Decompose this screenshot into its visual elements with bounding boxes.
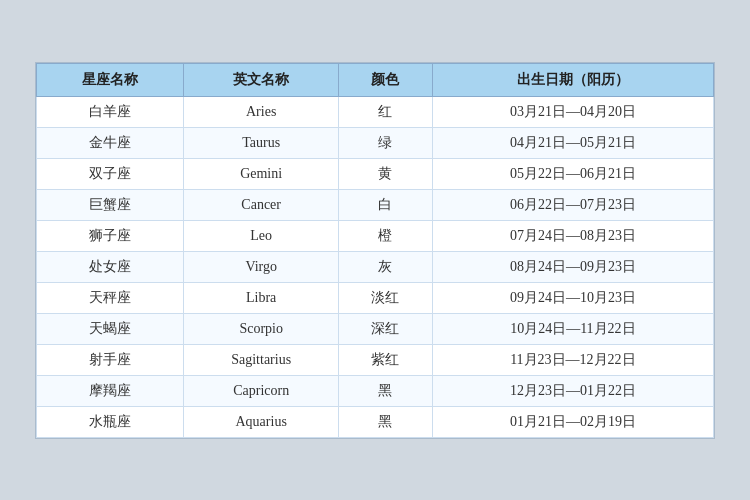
table-cell-r8-c2: 紫红 <box>339 344 433 375</box>
table-cell-r0-c2: 红 <box>339 96 433 127</box>
table-cell-r2-c0: 双子座 <box>37 158 184 189</box>
table-cell-r5-c0: 处女座 <box>37 251 184 282</box>
table-cell-r10-c0: 水瓶座 <box>37 406 184 437</box>
table-cell-r10-c2: 黑 <box>339 406 433 437</box>
table-header-row: 星座名称英文名称颜色出生日期（阳历） <box>37 63 714 96</box>
table-row: 处女座Virgo灰08月24日—09月23日 <box>37 251 714 282</box>
table-cell-r4-c0: 狮子座 <box>37 220 184 251</box>
table-row: 天秤座Libra淡红09月24日—10月23日 <box>37 282 714 313</box>
table-header-col-3: 出生日期（阳历） <box>432 63 713 96</box>
table-cell-r6-c1: Libra <box>184 282 339 313</box>
table-cell-r0-c0: 白羊座 <box>37 96 184 127</box>
table-body: 白羊座Aries红03月21日—04月20日金牛座Taurus绿04月21日—0… <box>37 96 714 437</box>
table-cell-r0-c3: 03月21日—04月20日 <box>432 96 713 127</box>
table-cell-r6-c0: 天秤座 <box>37 282 184 313</box>
table-row: 摩羯座Capricorn黑12月23日—01月22日 <box>37 375 714 406</box>
table-cell-r7-c3: 10月24日—11月22日 <box>432 313 713 344</box>
table-cell-r2-c3: 05月22日—06月21日 <box>432 158 713 189</box>
zodiac-table: 星座名称英文名称颜色出生日期（阳历） 白羊座Aries红03月21日—04月20… <box>36 63 714 438</box>
table-cell-r3-c0: 巨蟹座 <box>37 189 184 220</box>
table-cell-r6-c2: 淡红 <box>339 282 433 313</box>
table-cell-r10-c3: 01月21日—02月19日 <box>432 406 713 437</box>
table-cell-r5-c3: 08月24日—09月23日 <box>432 251 713 282</box>
table-header-col-1: 英文名称 <box>184 63 339 96</box>
table-cell-r1-c0: 金牛座 <box>37 127 184 158</box>
table-row: 白羊座Aries红03月21日—04月20日 <box>37 96 714 127</box>
table-header-col-2: 颜色 <box>339 63 433 96</box>
table-cell-r8-c3: 11月23日—12月22日 <box>432 344 713 375</box>
table-row: 双子座Gemini黄05月22日—06月21日 <box>37 158 714 189</box>
table-cell-r1-c1: Taurus <box>184 127 339 158</box>
table-row: 巨蟹座Cancer白06月22日—07月23日 <box>37 189 714 220</box>
table-cell-r4-c2: 橙 <box>339 220 433 251</box>
table-cell-r7-c0: 天蝎座 <box>37 313 184 344</box>
table-row: 射手座Sagittarius紫红11月23日—12月22日 <box>37 344 714 375</box>
table-cell-r4-c1: Leo <box>184 220 339 251</box>
table-cell-r0-c1: Aries <box>184 96 339 127</box>
table-cell-r9-c2: 黑 <box>339 375 433 406</box>
zodiac-table-container: 星座名称英文名称颜色出生日期（阳历） 白羊座Aries红03月21日—04月20… <box>35 62 715 439</box>
table-header-col-0: 星座名称 <box>37 63 184 96</box>
table-row: 水瓶座Aquarius黑01月21日—02月19日 <box>37 406 714 437</box>
table-cell-r4-c3: 07月24日—08月23日 <box>432 220 713 251</box>
table-cell-r5-c1: Virgo <box>184 251 339 282</box>
table-cell-r5-c2: 灰 <box>339 251 433 282</box>
table-cell-r7-c1: Scorpio <box>184 313 339 344</box>
table-cell-r3-c2: 白 <box>339 189 433 220</box>
table-cell-r8-c1: Sagittarius <box>184 344 339 375</box>
table-cell-r2-c2: 黄 <box>339 158 433 189</box>
table-cell-r1-c2: 绿 <box>339 127 433 158</box>
table-cell-r9-c0: 摩羯座 <box>37 375 184 406</box>
table-row: 金牛座Taurus绿04月21日—05月21日 <box>37 127 714 158</box>
table-cell-r2-c1: Gemini <box>184 158 339 189</box>
table-cell-r7-c2: 深红 <box>339 313 433 344</box>
table-cell-r9-c1: Capricorn <box>184 375 339 406</box>
table-row: 狮子座Leo橙07月24日—08月23日 <box>37 220 714 251</box>
table-row: 天蝎座Scorpio深红10月24日—11月22日 <box>37 313 714 344</box>
table-cell-r1-c3: 04月21日—05月21日 <box>432 127 713 158</box>
table-cell-r9-c3: 12月23日—01月22日 <box>432 375 713 406</box>
table-cell-r6-c3: 09月24日—10月23日 <box>432 282 713 313</box>
table-cell-r10-c1: Aquarius <box>184 406 339 437</box>
table-cell-r3-c3: 06月22日—07月23日 <box>432 189 713 220</box>
table-cell-r8-c0: 射手座 <box>37 344 184 375</box>
table-cell-r3-c1: Cancer <box>184 189 339 220</box>
